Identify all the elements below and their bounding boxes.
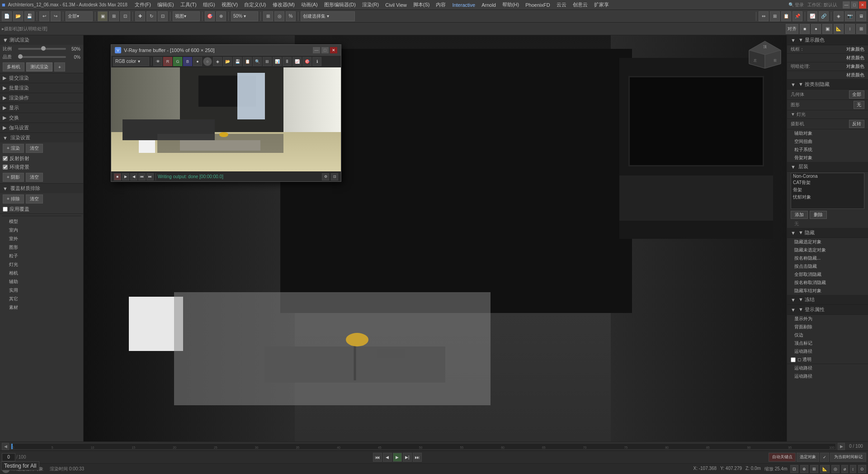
add-render-button[interactable]: + 渲染: [3, 144, 24, 153]
menu-arnold[interactable]: Arnold: [479, 1, 499, 9]
menu-creative-cloud[interactable]: 创意云: [570, 0, 590, 9]
reflect-checkbox[interactable]: [3, 156, 8, 161]
time-input[interactable]: [2, 453, 15, 461]
minimize-button[interactable]: —: [843, 1, 850, 9]
clear-exclude-button[interactable]: 清空: [26, 194, 43, 204]
vray-rgb-r[interactable]: R: [163, 57, 172, 66]
unhide-by-name[interactable]: 按名称取消隐藏: [787, 279, 868, 287]
mirror-btn[interactable]: ⇔: [759, 11, 769, 21]
vray-play-btn[interactable]: ▶: [122, 173, 129, 180]
vray-lut-btn[interactable]: 🎚: [283, 57, 292, 66]
dp-see-through[interactable]: 显示外为: [787, 315, 868, 323]
layer-sad-obj[interactable]: 忧郁对象: [791, 194, 864, 201]
curve-editor-btn[interactable]: 📈: [807, 11, 817, 21]
spacewarp-item[interactable]: 空间扭曲: [787, 137, 868, 146]
menu-graph-editor[interactable]: 图形编辑器(D): [321, 0, 359, 9]
menu-script[interactable]: 脚本(S): [410, 0, 433, 9]
display-color-header[interactable]: ▼ ▼ 显示颜色: [787, 35, 868, 45]
layer-list-box[interactable]: Non-Corona CAT骨架 骨架 忧郁对象: [791, 173, 864, 209]
hide-by-click[interactable]: 按点击隐藏: [787, 262, 868, 270]
vp-nav-btn7[interactable]: ↕: [850, 465, 857, 473]
menu-tools[interactable]: 工具(T): [178, 0, 199, 9]
helper-item[interactable]: 辅助对象: [787, 129, 868, 137]
menu-civil[interactable]: Civil View: [382, 1, 409, 9]
vp-box-btn[interactable]: ▣: [822, 24, 832, 34]
auto-key-btn[interactable]: 自动关键点: [769, 453, 796, 462]
vp-angle-btn[interactable]: 📐: [834, 24, 844, 34]
interactive-header[interactable]: ▶ 交换: [0, 113, 83, 123]
material-header[interactable]: ▼ 覆盖材质排除: [0, 184, 83, 193]
quality-thumb[interactable]: [18, 54, 23, 59]
advanced-header[interactable]: ▶ 提交渲染: [0, 73, 83, 83]
rotate-btn[interactable]: ↻: [146, 11, 156, 21]
vray-copy-btn[interactable]: 📋: [243, 57, 252, 66]
layer-rig[interactable]: 骨架: [791, 186, 864, 194]
unhide-all[interactable]: 全部取消隐藏: [787, 270, 868, 279]
vp-up-btn[interactable]: ↕: [845, 24, 855, 34]
multi-cam-button[interactable]: 多相机: [3, 62, 24, 71]
vray-circle-btn[interactable]: ●: [193, 57, 202, 66]
vray-load-btn[interactable]: 📂: [223, 57, 232, 66]
cat-model[interactable]: 模型: [2, 218, 25, 226]
vray-fb-btn[interactable]: ⏮: [138, 173, 146, 180]
layer-btn[interactable]: 📋: [781, 11, 791, 21]
timeline-left-btn[interactable]: ◀: [2, 443, 9, 450]
set-key-btn[interactable]: 为当前时间标记: [830, 453, 866, 462]
display-header[interactable]: ▶ 显示: [0, 103, 83, 113]
vp-nav-btn8[interactable]: ⊙: [858, 465, 866, 473]
render-section-header[interactable]: ▼ ▼ 测试渲染: [0, 35, 83, 45]
vray-minimize[interactable]: —: [313, 47, 320, 53]
selected-key-btn[interactable]: 选定对象: [797, 453, 819, 462]
play-btn[interactable]: ▶: [393, 453, 402, 462]
vray-rgb-b[interactable]: B: [183, 57, 192, 66]
gamma-header[interactable]: ▶ 伽马设置: [0, 123, 83, 133]
menu-edit[interactable]: 编辑(E): [155, 0, 177, 9]
env-checkbox[interactable]: [3, 165, 8, 170]
prev-frame-btn[interactable]: ◀: [383, 453, 392, 462]
vray-rewind-btn[interactable]: ◀: [130, 173, 137, 180]
hide-by-name[interactable]: 按名称隐藏...: [787, 254, 868, 262]
percent-dropdown[interactable]: 50% ▾: [231, 11, 258, 21]
particles-item[interactable]: 粒子系统: [787, 146, 868, 154]
shape-none-btn[interactable]: 无: [854, 101, 864, 109]
layer-header[interactable]: ▼ 层装: [787, 162, 868, 172]
menu-group[interactable]: 组(G): [200, 0, 218, 9]
dp-trajectory[interactable]: 运动路径: [787, 347, 868, 356]
save-button[interactable]: 💾: [24, 11, 34, 21]
hide-unselected[interactable]: 隐藏未选定对象: [787, 246, 868, 254]
del-layer-btn[interactable]: 删除: [810, 211, 827, 219]
menu-anim[interactable]: 动画(A): [298, 0, 321, 9]
snap-btn[interactable]: ⊞: [263, 11, 273, 21]
vp-nav-btn3[interactable]: ⊞: [810, 465, 818, 473]
render-add-button[interactable]: +: [54, 62, 65, 71]
render-frame-btn[interactable]: 🖥: [856, 11, 866, 21]
timeline-track[interactable]: 0 5 10 15 20 25 30 35 40 45 50 55 60 65 …: [11, 443, 836, 450]
dp-ignore-checkbox[interactable]: [791, 357, 796, 362]
selection-set-input[interactable]: 创建选择集 ▾: [301, 11, 355, 21]
checkmark-btn[interactable]: ✓: [820, 453, 829, 462]
move-btn[interactable]: ✚: [135, 11, 145, 21]
cat-outdoor[interactable]: 室外: [2, 235, 25, 243]
timeline-right-btn[interactable]: ▶: [838, 443, 845, 450]
add-exclude-button[interactable]: + 排除: [3, 194, 24, 204]
dp-show-frozen[interactable]: 运动路径: [787, 364, 868, 372]
vp-grid-btn[interactable]: ■: [800, 24, 810, 34]
hide-header[interactable]: ▼ ▼ 隐藏: [787, 228, 868, 238]
vp-nav-btn6[interactable]: ⌀: [841, 465, 848, 473]
search-box[interactable]: 🔍 登录: [788, 2, 804, 8]
quality-slider[interactable]: [18, 56, 66, 58]
vp-nav-btn5[interactable]: ◎: [831, 465, 840, 473]
vray-maximize[interactable]: □: [321, 47, 329, 53]
align-btn[interactable]: ⊞: [770, 11, 780, 21]
schematic-btn[interactable]: 🔗: [819, 11, 829, 21]
cat-other[interactable]: 其它: [2, 295, 25, 303]
menu-help[interactable]: 帮助(H): [500, 0, 522, 9]
go-start-btn[interactable]: ⏮: [373, 453, 382, 462]
cat-camera[interactable]: 相机: [2, 269, 25, 277]
freeze-header[interactable]: ▼ ▼ 冻结: [787, 295, 868, 305]
menu-file[interactable]: 文件(F): [132, 0, 154, 9]
hide-vehicle[interactable]: 隐藏车结对象: [787, 287, 868, 295]
menu-view[interactable]: 视图(V): [219, 0, 241, 9]
restore-button[interactable]: □: [851, 1, 858, 9]
vray-close[interactable]: ✕: [330, 47, 337, 53]
